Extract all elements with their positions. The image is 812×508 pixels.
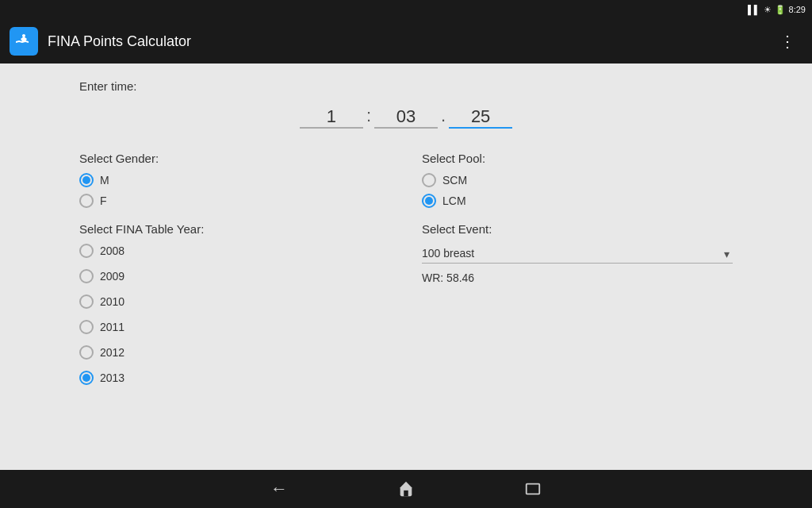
year-2009-circle [79, 269, 94, 283]
signal-icon: ▌▌ [748, 5, 760, 14]
gender-m-circle [79, 173, 94, 187]
year-2013-circle [79, 371, 94, 385]
right-column: Select Pool: SCM LCM Select Event: 100 b… [406, 152, 733, 391]
svg-rect-0 [404, 491, 408, 496]
pool-radio-lcm[interactable]: LCM [422, 194, 733, 208]
time-sep-1: : [363, 106, 374, 126]
wifi-icon: ☀ [764, 5, 772, 15]
gender-radio-group: M F [79, 173, 390, 208]
gender-radio-f[interactable]: F [79, 194, 390, 208]
event-select-wrapper: 100 breast ▾ [422, 244, 733, 264]
year-radio-2008[interactable]: 2008 [79, 244, 390, 258]
app-bar: FINA Points Calculator ⋮ [0, 19, 812, 64]
app-title: FINA Points Calculator [48, 33, 764, 50]
time-hundredths-input[interactable] [449, 106, 512, 129]
pool-label: Select Pool: [422, 152, 733, 165]
recent-button[interactable] [517, 473, 549, 505]
gender-f-circle [79, 194, 94, 208]
event-select[interactable]: 100 breast [422, 244, 733, 264]
status-bar: ▌▌ ☀ 🔋 8:29 [0, 0, 812, 19]
year-2009-label: 2009 [100, 270, 124, 283]
battery-icon: 🔋 [775, 5, 786, 15]
year-radio-2010[interactable]: 2010 [79, 294, 390, 309]
time-seconds-input[interactable] [374, 106, 438, 129]
status-icons: ▌▌ ☀ 🔋 8:29 [748, 5, 806, 15]
swim-icon [14, 32, 33, 51]
pool-scm-circle [422, 173, 436, 187]
gender-radio-m[interactable]: M [79, 173, 390, 187]
two-column-layout: Select Gender: M F Select FINA Table Yea… [79, 152, 733, 391]
svg-rect-1 [527, 484, 540, 495]
year-2010-circle [79, 294, 94, 309]
home-icon [397, 480, 415, 498]
year-radio-2011[interactable]: 2011 [79, 320, 390, 334]
time-display: 8:29 [789, 5, 806, 14]
fina-year-label: Select FINA Table Year: [79, 222, 390, 236]
world-record-text: WR: 58.46 [422, 271, 733, 284]
back-icon: ← [270, 479, 288, 499]
time-minutes-input[interactable] [300, 106, 363, 129]
gender-label: Select Gender: [79, 152, 390, 165]
pool-radio-group: SCM LCM [422, 173, 733, 208]
year-2013-label: 2013 [100, 371, 124, 384]
pool-scm-label: SCM [442, 174, 467, 187]
year-radio-list: 2008 2009 2010 2011 2012 [79, 244, 390, 391]
pool-lcm-label: LCM [442, 194, 466, 207]
bottom-nav: ← [0, 470, 812, 508]
pool-radio-scm[interactable]: SCM [422, 173, 733, 187]
pool-lcm-circle [422, 194, 436, 208]
year-2010-label: 2010 [100, 295, 124, 308]
overflow-menu-button[interactable]: ⋮ [773, 29, 802, 54]
year-2012-circle [79, 345, 94, 360]
year-radio-2009[interactable]: 2009 [79, 269, 390, 283]
event-label: Select Event: [422, 222, 733, 236]
left-column: Select Gender: M F Select FINA Table Yea… [79, 152, 406, 391]
year-radio-2012[interactable]: 2012 [79, 345, 390, 360]
main-content: Enter time: : . Select Gender: M F [0, 64, 812, 470]
time-input-row: : . [79, 106, 733, 129]
gender-f-label: F [100, 194, 107, 207]
gender-m-label: M [100, 174, 109, 187]
year-2011-circle [79, 320, 94, 334]
year-2008-label: 2008 [100, 244, 124, 257]
time-sep-2: . [438, 106, 449, 126]
recent-icon [524, 480, 542, 498]
home-button[interactable] [390, 473, 422, 505]
year-2008-circle [79, 244, 94, 258]
year-2012-label: 2012 [100, 346, 124, 359]
back-button[interactable]: ← [263, 473, 295, 505]
app-icon [10, 27, 38, 56]
enter-time-label: Enter time: [79, 79, 733, 93]
year-radio-2013[interactable]: 2013 [79, 371, 390, 385]
year-2011-label: 2011 [100, 321, 124, 333]
